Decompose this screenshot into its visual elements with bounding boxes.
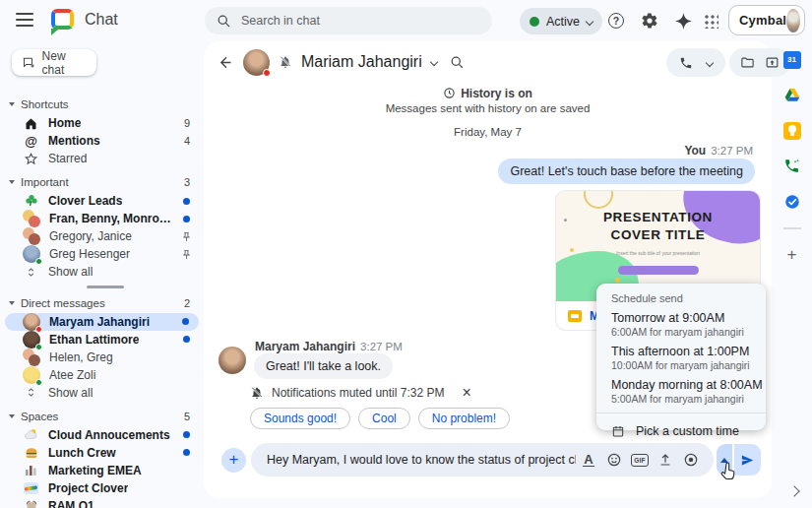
search-in-conversation-button[interactable] — [450, 55, 465, 70]
section-shortcuts[interactable]: Shortcuts — [0, 95, 204, 114]
item-label: Cloud Annoucements — [48, 428, 170, 442]
sidebar-item-fran-group[interactable]: Fran, Benny, Monroe, Vin... — [0, 210, 204, 227]
upload-button[interactable] — [653, 447, 678, 473]
popup-divider — [596, 413, 766, 413]
files-folder-button[interactable] — [740, 55, 755, 70]
sidebar-item-gregory-janice[interactable]: Gregory, Janice — [0, 227, 204, 245]
add-content-button[interactable]: + — [221, 448, 246, 473]
at-icon: @ — [23, 133, 39, 150]
timestamp: 3:27 PM — [360, 341, 403, 352]
sidebar-item-ram-q1[interactable]: RAM Q1 — [0, 497, 204, 508]
drive-icon[interactable] — [782, 86, 801, 104]
collapse-caret-icon — [9, 414, 15, 418]
gear-icon — [641, 12, 658, 30]
sidebar-item-maryam-jahangiri[interactable]: Maryam Jahangiri — [5, 313, 199, 331]
outgoing-message-bubble[interactable]: Great! Let's touch base before the meeti… — [498, 159, 755, 184]
sidebar-item-marketing-emea[interactable]: Marketing EMEA — [0, 462, 204, 479]
smart-reply-chip[interactable]: No problem! — [418, 408, 510, 429]
send-button[interactable] — [734, 444, 761, 476]
sidebar-item-cloud-annoucements[interactable]: Cloud Annoucements — [0, 426, 204, 444]
apps-button[interactable] — [701, 11, 720, 31]
video-message-button[interactable] — [678, 447, 704, 473]
star-icon — [23, 151, 39, 167]
close-icon[interactable]: × — [462, 385, 470, 401]
send-icon — [740, 453, 755, 468]
sidebar-item-starred[interactable]: Starred — [0, 150, 204, 167]
section-direct-messages[interactable]: Direct messages 2 — [0, 293, 204, 313]
show-all-dm[interactable]: Show all — [0, 384, 204, 402]
schedule-send-button[interactable] — [717, 444, 732, 476]
voice-icon[interactable] — [782, 157, 801, 175]
sidebar-item-lunch-crew[interactable]: Lunch Crew — [0, 444, 204, 462]
unread-count: 9 — [184, 117, 190, 129]
settings-button[interactable] — [640, 11, 659, 31]
group-avatar — [23, 210, 40, 227]
section-count: 5 — [184, 411, 190, 422]
item-label: Mentions — [48, 134, 100, 148]
item-label: Fran, Benny, Monroe, Vin... — [49, 212, 177, 225]
gif-button[interactable]: GIF — [627, 447, 653, 473]
section-spaces[interactable]: Spaces 5 — [0, 407, 204, 426]
custom-time-label: Pick a custom time — [636, 424, 739, 438]
chat-panel: Mariam Jahangiri History is on Messages … — [204, 41, 772, 498]
sidebar-item-greg-hesenger[interactable]: Greg Hesenger — [0, 245, 204, 263]
message-input[interactable]: Hey Maryam, I would love to know the sta… — [267, 453, 576, 467]
sidebar-item-ethan-lattimore[interactable]: Ethan Lattimore — [0, 331, 204, 349]
folder-icon — [740, 55, 755, 70]
section-important[interactable]: Important 3 — [0, 172, 204, 192]
schedule-option-monday[interactable]: Monday morning at 8:00AM 5:00AM for mary… — [611, 378, 766, 405]
search-input[interactable] — [241, 14, 458, 28]
item-label: Atee Zoli — [49, 368, 95, 382]
sidebar-resize-handle[interactable] — [87, 286, 124, 288]
sidebar-item-atee-zoli[interactable]: Atee Zoli — [0, 366, 204, 384]
sidebar-item-mentions[interactable]: @ Mentions 4 — [0, 132, 204, 150]
org-label: Cymbal — [739, 13, 786, 28]
item-label: Lunch Crew — [48, 446, 116, 460]
sparkle-icon — [675, 13, 692, 30]
back-button[interactable] — [218, 54, 234, 71]
schedule-option-afternoon[interactable]: This afternoon at 1:00PM 10:00AM for mar… — [611, 345, 766, 371]
chat-avatar[interactable] — [243, 49, 270, 76]
emoji-button[interactable] — [601, 447, 627, 473]
emoji-icon — [606, 452, 622, 468]
main-menu-icon[interactable] — [16, 13, 33, 27]
sidebar-item-helen-greg[interactable]: Helen, Greg — [0, 349, 204, 366]
format-button[interactable]: A — [576, 447, 601, 473]
unread-dot — [183, 336, 190, 343]
unread-dot — [183, 449, 190, 456]
item-label: Project Clover — [48, 481, 128, 495]
schedule-option-tomorrow[interactable]: Tomorrow at 9:00AM 6:00AM for maryam jah… — [611, 311, 766, 338]
smart-reply-chip[interactable]: Sounds good! — [250, 408, 350, 429]
account-switcher[interactable]: Cymbal — [728, 5, 805, 35]
collapse-panel-icon[interactable] — [790, 484, 798, 498]
sidebar-item-home[interactable]: Home 9 — [0, 114, 204, 132]
incoming-message-bubble[interactable]: Great! I'll take a look. — [254, 353, 393, 379]
format-icon: A — [583, 453, 593, 467]
call-button[interactable] — [666, 48, 725, 77]
incoming-avatar[interactable] — [219, 347, 246, 374]
sidebar-item-clover-leads[interactable]: Clover Leads — [0, 192, 204, 210]
show-all-important[interactable]: Show all — [0, 263, 204, 281]
new-chat-button[interactable]: New chat — [12, 49, 96, 76]
sidebar-item-project-clover[interactable]: Project Clover — [0, 479, 204, 497]
keep-icon[interactable] — [782, 121, 801, 140]
upload-icon — [657, 452, 673, 468]
help-button[interactable]: ? — [606, 11, 626, 31]
chevron-down-icon[interactable] — [429, 58, 437, 66]
rainbow-icon — [23, 479, 39, 496]
user-avatar — [786, 9, 800, 32]
pick-custom-time-button[interactable]: Pick a custom time — [611, 420, 766, 442]
active-status-dot — [530, 17, 539, 27]
smart-reply-chip[interactable]: Cool — [358, 408, 410, 429]
status-selector[interactable]: Active — [520, 8, 602, 34]
slide-pill-decor — [618, 266, 699, 275]
calendar-icon[interactable]: 31 — [782, 50, 801, 69]
help-icon: ? — [608, 13, 624, 29]
search-bar[interactable] — [205, 7, 492, 34]
tasks-icon[interactable] — [782, 192, 801, 211]
unread-dot — [183, 431, 190, 438]
app-title: Chat — [85, 11, 118, 29]
gemini-button[interactable] — [673, 11, 693, 31]
get-add-ons-button[interactable]: + — [787, 246, 797, 263]
item-label: Ethan Lattimore — [49, 333, 139, 347]
